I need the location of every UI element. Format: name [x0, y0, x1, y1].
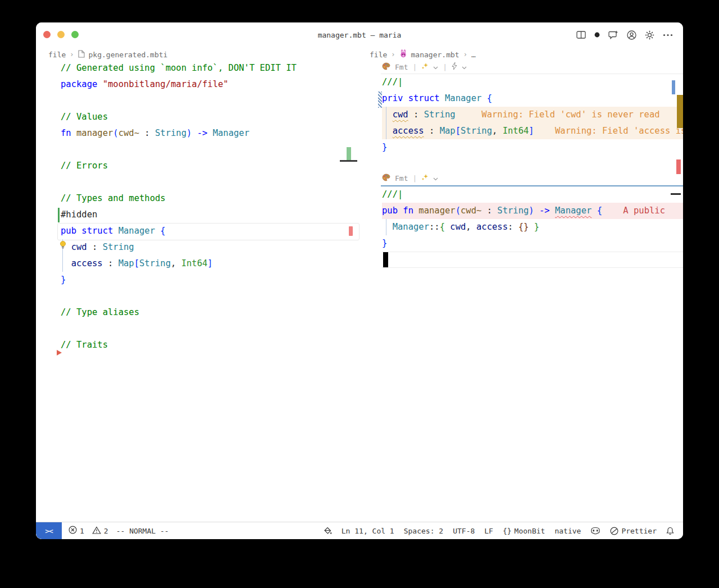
code-token [529, 222, 534, 232]
code-line[interactable] [61, 93, 360, 109]
code-line[interactable]: } [382, 139, 683, 156]
vim-block-cursor [383, 252, 388, 267]
chevron-down-icon[interactable] [433, 63, 438, 71]
overview-warning-marker [677, 95, 683, 128]
error-icon [69, 526, 77, 536]
code-line[interactable]: #hidden [61, 207, 360, 223]
code-token: } [534, 222, 539, 232]
record-dot-icon[interactable] [594, 32, 600, 38]
code-line[interactable]: Manager::{ cwd, access: {} } [382, 219, 683, 235]
breadcrumb-file[interactable]: manager.mbt [411, 51, 459, 59]
code-token: : [139, 128, 155, 138]
code-token: Manager [445, 93, 481, 103]
breadcrumb-folder[interactable]: file [48, 51, 66, 59]
code-line[interactable]: // Errors [61, 158, 360, 174]
gear-icon[interactable] [645, 30, 654, 40]
breadcrumb-symbol[interactable]: … [471, 51, 476, 59]
breadcrumb-file[interactable]: pkg.generated.mbti [89, 51, 168, 59]
problems-indicator[interactable]: 1 2 [69, 526, 108, 536]
code-token: priv struct [382, 93, 440, 103]
code-token: String [155, 128, 186, 138]
bolt-icon[interactable] [452, 62, 457, 71]
code-line[interactable]: pub fn manager(cwd~ : String) -> Manager… [382, 203, 683, 219]
code-line[interactable]: cwd : String Warning: Field 'cwd' is nev… [382, 107, 683, 123]
code-token: ) [186, 128, 192, 138]
chevron-right-icon: › [70, 51, 74, 58]
code-line[interactable]: cwd : String [61, 239, 360, 256]
sparkle-icon[interactable] [421, 62, 429, 71]
code-line[interactable]: // Types and methods [61, 190, 360, 207]
code-line[interactable] [61, 321, 360, 337]
code-editor[interactable]: ///|pub fn manager(cwd~ : String) -> Man… [360, 186, 683, 268]
copilot-icon[interactable] [590, 527, 600, 535]
indentation-indicator[interactable]: Spaces: 2 [404, 527, 443, 535]
code-line[interactable]: // Values [61, 109, 360, 125]
bell-icon[interactable] [666, 527, 674, 535]
code-line[interactable]: // Traits [61, 337, 360, 353]
chevron-right-icon: › [463, 51, 467, 58]
code-line[interactable]: fn manager(cwd~ : String) -> Manager [61, 125, 360, 142]
code-line[interactable]: // Type aliases [61, 304, 360, 321]
code-token [113, 226, 118, 236]
code-token: // Traits [61, 340, 108, 350]
code-token [61, 258, 71, 268]
codelens-fmt-button[interactable]: Fmt [395, 174, 408, 183]
code-line[interactable]: package "moonbitlang/maria/file" [61, 76, 360, 93]
code-token: : [481, 206, 497, 216]
language-indicator[interactable]: {} MoonBit [503, 527, 545, 535]
overview-error-marker [676, 159, 681, 174]
code-line[interactable] [61, 288, 360, 304]
code-line[interactable]: } [382, 235, 683, 252]
code-token: ///| [382, 189, 403, 199]
code-token: , [171, 258, 181, 268]
ellipsis-icon[interactable] [663, 34, 673, 37]
account-icon[interactable] [627, 30, 636, 40]
code-line[interactable]: ///| [382, 186, 683, 203]
code-token: cwd~ [119, 128, 139, 138]
chevron-down-icon[interactable] [462, 63, 467, 71]
paint-bucket-icon[interactable] [324, 527, 332, 535]
code-token: { [487, 93, 492, 103]
code-token: String [139, 258, 171, 268]
code-editor[interactable]: ///|priv struct Manager { cwd : String W… [360, 74, 683, 156]
code-token: access [476, 222, 508, 232]
codelens-separator: | [443, 63, 447, 71]
code-line[interactable]: access : Map[String, Int64] Warning: Fie… [382, 123, 683, 139]
code-line[interactable] [61, 174, 360, 190]
cursor-position[interactable]: Ln 11, Col 1 [342, 527, 394, 535]
code-line[interactable]: pub struct Manager { [61, 223, 360, 239]
formatter-indicator[interactable]: Prettier [610, 527, 657, 535]
code-line[interactable]: } [61, 272, 360, 288]
chevron-down-icon[interactable] [433, 174, 438, 183]
code-token: String [424, 110, 456, 120]
eol-indicator[interactable]: LF [484, 527, 493, 535]
code-token [440, 93, 445, 103]
code-token: manager [418, 206, 455, 216]
code-line[interactable]: // Generated using `moon info`, DON'T ED… [61, 60, 360, 76]
code-line[interactable] [382, 252, 683, 268]
split-editor-icon[interactable] [576, 31, 586, 39]
chat-sparkle-icon[interactable] [608, 30, 618, 39]
code-line[interactable]: access : Map[String, Int64] [61, 256, 360, 272]
sparkle-icon[interactable] [421, 174, 429, 183]
code-token: pub struct [61, 226, 113, 236]
encoding-indicator[interactable]: UTF-8 [453, 527, 475, 535]
code-line[interactable]: priv struct Manager { [382, 90, 683, 107]
vim-mode-indicator[interactable]: -- NORMAL -- [116, 527, 169, 535]
code-token: {} [518, 222, 529, 232]
code-token: // Generated using `moon info`, DON'T ED… [61, 63, 297, 73]
breadcrumb-folder[interactable]: file [370, 51, 387, 59]
codelens-fmt-button[interactable]: Fmt [395, 63, 408, 71]
code-line[interactable] [61, 142, 360, 158]
code-token: : [424, 126, 440, 136]
code-editor[interactable]: // Generated using `moon info`, DON'T ED… [36, 60, 360, 353]
gutter-modified-marker [378, 92, 382, 108]
warning-icon [92, 526, 101, 536]
palette-icon [382, 62, 390, 72]
code-token: manager [76, 128, 113, 138]
code-line[interactable]: ///| [382, 74, 683, 90]
code-token: -> [192, 128, 212, 138]
target-indicator[interactable]: native [554, 527, 581, 535]
remote-indicator[interactable]: >< [36, 522, 62, 539]
code-token: Int64 [181, 258, 208, 268]
